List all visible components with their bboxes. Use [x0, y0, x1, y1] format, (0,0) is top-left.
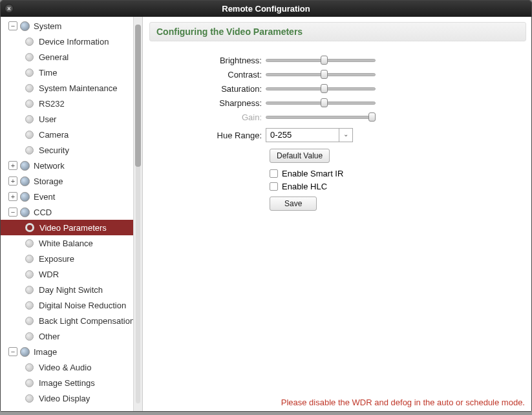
label: WDR [39, 270, 59, 279]
node-icon [25, 255, 34, 263]
sidebar-item-video-parameters[interactable]: Video Parameters [1, 220, 133, 235]
row-brightness: Brightness: [149, 53, 526, 67]
label: Back Light Compensation [39, 316, 133, 326]
row-gain: Gain: [149, 110, 526, 124]
sidebar-item-image-settings[interactable]: Image Settings [1, 375, 133, 390]
label: RS232 [39, 99, 65, 109]
window-title: Remote Configuration [222, 4, 310, 14]
node-icon [25, 100, 34, 108]
node-icon [25, 332, 34, 341]
hlc-checkbox[interactable] [270, 182, 278, 191]
contrast-slider[interactable] [266, 70, 376, 79]
collapse-icon[interactable]: − [8, 208, 17, 217]
node-icon [25, 53, 34, 61]
hue-range-select[interactable]: 0-255 ⌄ [266, 128, 353, 142]
node-icon [25, 239, 34, 248]
label: Other [39, 332, 60, 341]
label: System Maintenance [39, 83, 117, 93]
label-hue-range: Hue Range: [149, 131, 266, 140]
node-icon [25, 37, 34, 46]
collapse-icon[interactable]: − [8, 21, 17, 30]
sidebar-item-white-balance[interactable]: White Balance [1, 235, 133, 251]
label: System [34, 21, 61, 31]
node-icon [25, 270, 34, 279]
sidebar-item-device-info[interactable]: Device Information [1, 34, 133, 49]
sidebar-item-exposure[interactable]: Exposure [1, 251, 133, 266]
globe-icon [20, 347, 30, 357]
expand-icon[interactable]: + [8, 192, 17, 201]
close-button[interactable]: × [5, 4, 14, 13]
tree: − System Device Information General Time… [1, 17, 133, 411]
sidebar-item-event[interactable]: + Event [1, 189, 133, 204]
footer-warning: Please disable the WDR and defog in the … [281, 398, 525, 407]
sidebar-item-time[interactable]: Time [1, 65, 133, 80]
form: Brightness: Contrast: Saturation: Sharpn… [149, 53, 526, 211]
sidebar-item-video-display[interactable]: Video Display [1, 390, 133, 406]
sidebar-item-dnr[interactable]: Digital Noise Reduction [1, 297, 133, 313]
sidebar-item-ccd[interactable]: − CCD [1, 204, 133, 220]
sharpness-slider[interactable] [266, 98, 376, 107]
label: Device Information [39, 37, 109, 47]
label: White Balance [39, 239, 93, 248]
sidebar-item-system[interactable]: − System [1, 18, 133, 34]
label: Event [34, 192, 55, 202]
node-icon [25, 115, 34, 123]
row-default: Default Value [270, 149, 526, 163]
label: Network [34, 161, 65, 171]
node-icon [25, 146, 34, 154]
smart-ir-checkbox[interactable] [270, 169, 278, 178]
label-saturation: Saturation: [149, 84, 266, 94]
label-sharpness: Sharpness: [149, 98, 266, 108]
sidebar-item-rs232[interactable]: RS232 [1, 96, 133, 111]
sidebar-item-day-night[interactable]: Day Night Switch [1, 282, 133, 297]
label: Day Night Switch [39, 285, 103, 295]
expand-icon[interactable]: + [8, 161, 17, 170]
saturation-slider[interactable] [266, 84, 376, 93]
sidebar-item-network[interactable]: + Network [1, 158, 133, 173]
sidebar-item-other[interactable]: Other [1, 328, 133, 344]
scroll-thumb[interactable] [135, 25, 141, 167]
hlc-label: Enable HLC [282, 182, 327, 191]
label: Exposure [39, 254, 74, 264]
chevron-down-icon[interactable]: ⌄ [339, 129, 352, 142]
sidebar-item-user[interactable]: User [1, 111, 133, 127]
node-icon [25, 363, 34, 372]
sidebar-item-maintenance[interactable]: System Maintenance [1, 80, 133, 96]
sidebar-item-wdr[interactable]: WDR [1, 266, 133, 282]
label-gain: Gain: [149, 112, 266, 122]
globe-icon [20, 192, 30, 202]
sidebar-item-general[interactable]: General [1, 49, 133, 65]
sidebar-scrollbar[interactable] [133, 17, 142, 411]
gear-icon [25, 223, 34, 232]
titlebar: × Remote Configuration [1, 1, 531, 17]
label-contrast: Contrast: [149, 70, 266, 80]
expand-icon[interactable]: + [8, 176, 17, 186]
sidebar-item-security[interactable]: Security [1, 142, 133, 158]
label: CCD [34, 208, 52, 217]
label: Digital Noise Reduction [39, 301, 126, 310]
label: Time [39, 68, 57, 78]
label: Image [34, 347, 57, 357]
row-sharpness: Sharpness: [149, 96, 526, 110]
globe-icon [20, 208, 30, 217]
row-contrast: Contrast: [149, 67, 526, 81]
label-brightness: Brightness: [149, 56, 266, 65]
label: Video & Audio [39, 363, 91, 372]
sidebar-item-image[interactable]: − Image [1, 344, 133, 359]
sidebar-item-camera[interactable]: Camera [1, 127, 133, 142]
sidebar-item-blc[interactable]: Back Light Compensation [1, 313, 133, 328]
sidebar-item-video-audio[interactable]: Video & Audio [1, 359, 133, 375]
globe-icon [20, 176, 30, 186]
save-button[interactable]: Save [270, 197, 317, 211]
default-value-button[interactable]: Default Value [270, 149, 330, 163]
label: Video Display [39, 394, 90, 403]
brightness-slider[interactable] [266, 56, 376, 65]
sidebar-item-storage[interactable]: + Storage [1, 173, 133, 189]
row-saturation: Saturation: [149, 81, 526, 96]
section-header: Configuring the Video Parameters [149, 22, 526, 41]
collapse-icon[interactable]: − [8, 347, 17, 356]
row-save: Save [270, 197, 526, 211]
node-icon [25, 394, 34, 403]
label: Image Settings [39, 378, 95, 388]
row-smart-ir: Enable Smart IR [270, 167, 526, 180]
